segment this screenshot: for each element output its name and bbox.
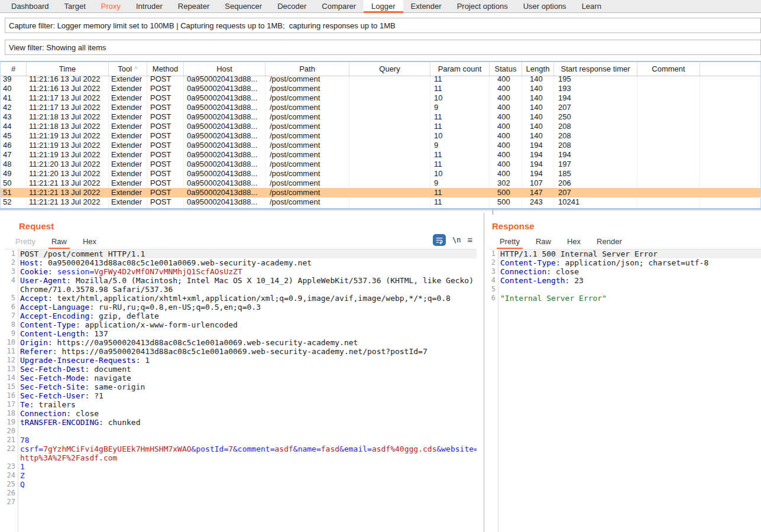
cell-method: POST — [147, 93, 184, 103]
line-number: 7 — [5, 312, 18, 320]
column-header-query[interactable]: Query — [349, 62, 430, 76]
editor-line: 18Connection: close — [5, 409, 477, 418]
column-header-index[interactable]: # — [1, 62, 27, 76]
tab-comparer[interactable]: Comparer — [314, 0, 364, 12]
tab-sequencer[interactable]: Sequencer — [217, 0, 270, 12]
tab-hex[interactable]: Hex — [567, 237, 581, 246]
column-header-method[interactable]: Method — [147, 62, 184, 76]
column-label: Tool — [118, 64, 132, 73]
request-editor[interactable]: 1POST /post/comment HTTP/1.12Host: 0a950… — [5, 249, 477, 532]
tab-proxy[interactable]: Proxy — [93, 0, 128, 12]
editor-line: 231 — [5, 462, 477, 471]
line-number: 4 — [488, 276, 498, 285]
line-text: tRANSFER-ENCODING: chunked — [18, 418, 477, 427]
column-header-time[interactable]: Time — [27, 62, 109, 76]
line-text: http%3A%2F%2Fasdf.com — [18, 453, 477, 462]
line-number: 24 — [5, 471, 18, 480]
table-row[interactable]: 4311:21:18 13 Jul 2022ExtenderPOST0a9500… — [1, 112, 760, 122]
editor-line: 19tRANSFER-ENCODING: chunked — [5, 418, 477, 427]
tab-repeater[interactable]: Repeater — [170, 0, 217, 12]
column-header-status[interactable]: Status — [490, 62, 522, 76]
table-row[interactable]: 4411:21:18 13 Jul 2022ExtenderPOST0a9500… — [1, 122, 760, 131]
tab-render[interactable]: Render — [597, 237, 622, 246]
column-label: Time — [59, 64, 76, 73]
view-filter-bar[interactable]: View filter: Showing all items — [5, 40, 761, 55]
panel-divider[interactable] — [484, 213, 484, 532]
cell-method: POST — [147, 112, 184, 122]
tab-intruder[interactable]: Intruder — [128, 0, 170, 12]
cell-length: 194 — [522, 150, 554, 160]
tab-extender[interactable]: Extender — [403, 0, 449, 12]
table-row[interactable]: 4211:21:17 13 Jul 2022ExtenderPOST0a9500… — [1, 103, 760, 112]
cell-length: 147 — [522, 207, 554, 208]
tab-pretty[interactable]: Pretty — [500, 237, 520, 246]
cell-length: 140 — [522, 112, 554, 122]
tab-project-options[interactable]: Project options — [449, 0, 516, 12]
table-row[interactable]: 3911:21:16 13 Jul 2022ExtenderPOST0a9500… — [1, 76, 760, 84]
cell-start-response-timer: 10241 — [554, 197, 637, 207]
cell-status: 400 — [490, 141, 522, 150]
cell-start-response-timer: 194 — [554, 93, 637, 103]
table-row[interactable]: 4911:21:20 13 Jul 2022ExtenderPOST0a9500… — [1, 169, 760, 179]
tab-pretty[interactable]: Pretty — [15, 237, 35, 246]
cell-method: POST — [147, 169, 184, 179]
column-label: # — [11, 64, 15, 73]
horizontal-splitter[interactable] — [0, 209, 761, 210]
table-row[interactable]: 5211:21:21 13 Jul 2022ExtenderPOST0a9500… — [1, 197, 760, 207]
capture-filter-bar[interactable]: Capture filter: Logger memory limit set … — [5, 18, 761, 33]
word-wrap-icon[interactable] — [433, 234, 446, 246]
table-row[interactable]: 4011:21:16 13 Jul 2022ExtenderPOST0a9500… — [1, 84, 760, 93]
tab-decoder[interactable]: Decoder — [270, 0, 314, 12]
editor-line: 1HTTP/1.1 500 Internal Server Error — [488, 249, 761, 258]
cell-start-response-timer: 207 — [554, 103, 637, 112]
cell-length: 107 — [522, 179, 554, 188]
table-row[interactable]: 4611:21:19 13 Jul 2022ExtenderPOST0a9500… — [1, 141, 760, 150]
tab-raw[interactable]: Raw — [536, 237, 551, 246]
cell-num: 41 — [1, 93, 27, 103]
table-row[interactable]: 5111:21:21 13 Jul 2022ExtenderPOST0a9500… — [1, 188, 760, 197]
line-text: Q — [18, 480, 477, 489]
column-header-tool[interactable]: Tool^ — [109, 62, 147, 76]
cell-status: 400 — [490, 84, 522, 93]
table-row[interactable]: 4711:21:19 13 Jul 2022ExtenderPOST0a9500… — [1, 150, 760, 160]
response-editor[interactable]: 1HTTP/1.1 500 Internal Server Error2Cont… — [488, 249, 761, 532]
cell-comment — [637, 103, 700, 112]
table-row[interactable]: 5311:21:22 13 Jul 2022ExtenderPOST0a9500… — [1, 207, 760, 208]
table-row[interactable]: 4111:21:17 13 Jul 2022ExtenderPOST0a9500… — [1, 93, 760, 103]
tab-target[interactable]: Target — [57, 0, 93, 12]
editor-line: 4User-Agent: Mozilla/5.0 (Macintosh; Int… — [5, 276, 477, 285]
cell-tool: Extender — [109, 112, 147, 122]
tab-raw[interactable]: Raw — [51, 237, 67, 246]
cell-tool: Extender — [109, 197, 147, 207]
cell-start-response-timer: 250 — [554, 112, 637, 122]
column-header-param-count[interactable]: Param count — [430, 62, 490, 76]
tab-hex[interactable]: Hex — [83, 237, 96, 246]
tab-logger[interactable]: Logger — [364, 0, 403, 12]
newline-icon[interactable]: \n — [452, 236, 461, 244]
column-header-comment[interactable]: Comment — [637, 62, 700, 76]
cell-num: 46 — [1, 141, 27, 150]
table-row[interactable]: 4511:21:19 13 Jul 2022ExtenderPOST0a9500… — [1, 131, 760, 141]
splitter-handle[interactable] — [493, 210, 493, 215]
menu-icon[interactable]: ≡ — [467, 236, 472, 244]
column-header-length[interactable]: Length — [522, 62, 554, 76]
tab-user-options[interactable]: User options — [516, 0, 574, 12]
cell-status: 400 — [490, 93, 522, 103]
column-header-host[interactable]: Host — [184, 62, 265, 76]
line-text — [18, 489, 477, 498]
line-number: 25 — [5, 480, 18, 489]
cell-method: POST — [147, 207, 184, 208]
table-row[interactable]: 5011:21:21 13 Jul 2022ExtenderPOST0a9500… — [1, 179, 760, 188]
line-text: Referer: https://0a9500020413d88ac08c5c1… — [18, 347, 477, 356]
tab-dashboard[interactable]: Dashboard — [4, 0, 57, 12]
gutter-divider — [498, 249, 498, 532]
cell-comment — [637, 112, 700, 122]
column-header-path[interactable]: Path — [265, 62, 349, 76]
cell-comment — [637, 76, 700, 84]
column-header-start-response-timer[interactable]: Start response timer — [554, 62, 637, 76]
editor-line: 5Accept: text/html,application/xhtml+xml… — [5, 294, 477, 303]
line-number: 17 — [5, 400, 18, 409]
tab-learn[interactable]: Learn — [574, 0, 609, 12]
column-label: Method — [153, 64, 178, 73]
table-row[interactable]: 4811:21:20 13 Jul 2022ExtenderPOST0a9500… — [1, 160, 760, 169]
